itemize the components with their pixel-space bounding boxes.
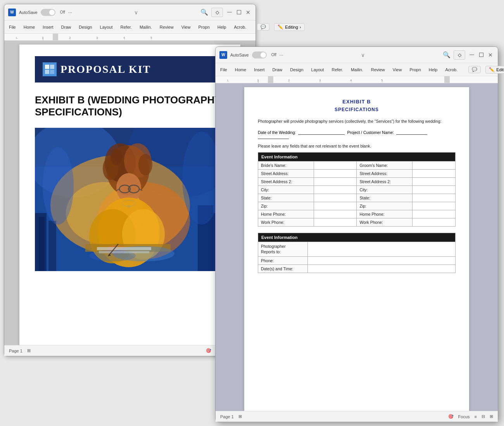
- ribbon-propn-2[interactable]: Propn: [408, 67, 422, 73]
- view-icon-page-2[interactable]: ⊟: [482, 414, 485, 419]
- page-indicator-2: Page 1: [220, 414, 234, 419]
- ribbon-draw-1[interactable]: Draw: [60, 24, 73, 30]
- photographer-value[interactable]: [307, 242, 455, 256]
- zip-value-1[interactable]: [314, 202, 357, 210]
- event-info-table-1: Event Information Bride's Name: Groom's …: [258, 152, 456, 227]
- work-phone-label-1: Work Phone:: [258, 218, 314, 226]
- table-row: State: State:: [258, 194, 456, 202]
- more-options-1[interactable]: ···: [68, 10, 72, 15]
- word-window-2[interactable]: W AutoSave Off ··· ∨ 🔍 ◇ ✕ File Home Ins…: [215, 46, 498, 422]
- svg-point-29: [43, 147, 74, 225]
- close-btn-2[interactable]: ✕: [487, 52, 494, 58]
- street-addr-value-1[interactable]: [314, 169, 357, 177]
- ribbon-insert-1[interactable]: Insert: [41, 24, 55, 30]
- focus-label-2: Focus: [458, 414, 470, 419]
- autosave-toggle-2[interactable]: [252, 52, 267, 58]
- title-bar-2: W AutoSave Off ··· ∨ 🔍 ◇ ✕: [216, 47, 498, 63]
- close-btn-1[interactable]: ✕: [245, 9, 252, 16]
- toggle-knob-1: [49, 10, 55, 15]
- street-addr2-label-2: Street Address 2:: [357, 177, 413, 186]
- ribbon-home-1[interactable]: Home: [22, 24, 36, 30]
- comment-btn-2[interactable]: 💬: [468, 66, 481, 73]
- ribbon-mailings-2[interactable]: Mailin.: [349, 67, 365, 73]
- ribbon-mailings-1[interactable]: Mailin.: [138, 24, 154, 30]
- search-icon-1[interactable]: 🔍: [200, 9, 208, 16]
- project-field[interactable]: [396, 129, 427, 135]
- focus-icon-1[interactable]: 🎯: [206, 348, 211, 353]
- ribbon-design-1[interactable]: Design: [77, 24, 93, 30]
- title-center-2: ∨: [287, 52, 440, 58]
- ribbon-review-2[interactable]: Review: [369, 67, 387, 73]
- table-row: Phone:: [258, 257, 456, 265]
- svg-rect-12: [53, 34, 58, 41]
- ribbon-references-2[interactable]: Refer.: [330, 67, 345, 73]
- search-icon-2[interactable]: 🔍: [443, 51, 450, 58]
- ribbon-propn-1[interactable]: Propn: [197, 24, 211, 30]
- underline-field: [258, 139, 289, 139]
- more-options-2[interactable]: ···: [280, 52, 283, 58]
- autosave-label-1: AutoSave: [19, 10, 38, 15]
- nav-back-2[interactable]: ∨: [361, 52, 365, 58]
- ribbon-help-2[interactable]: Help: [427, 67, 439, 73]
- ribbon-layout-2[interactable]: Layout: [310, 67, 326, 73]
- ribbon-file-2[interactable]: File: [219, 67, 229, 73]
- ribbon-design-2[interactable]: Design: [288, 67, 305, 73]
- home-phone-value-1[interactable]: [314, 210, 357, 218]
- ribbon-insert-2[interactable]: Insert: [252, 67, 266, 73]
- view-icon-web-2[interactable]: ⊞: [490, 414, 493, 419]
- city-value-1[interactable]: [314, 186, 357, 194]
- ruler-1: L 1 2 3 4 5: [4, 34, 255, 41]
- comment-btn-1[interactable]: 💬: [257, 23, 269, 31]
- proposal-kit-logo: [43, 62, 57, 76]
- ribbon-layout-1[interactable]: Layout: [98, 24, 114, 30]
- ribbon-references-1[interactable]: Refer.: [119, 24, 133, 30]
- work-phone-value-2[interactable]: [413, 218, 456, 226]
- table-header-cell-1: Event Information: [258, 152, 456, 161]
- minimize-btn-1[interactable]: [226, 9, 233, 16]
- autosave-toggle-1[interactable]: [41, 9, 55, 16]
- dates-time-value[interactable]: [307, 265, 455, 273]
- grooms-name-value[interactable]: [413, 161, 456, 169]
- brides-name-value[interactable]: [314, 161, 357, 169]
- page-2: EXHIBIT B SPECIFICATIONS Photographer wi…: [244, 87, 469, 411]
- maximize-btn-1[interactable]: [235, 9, 242, 16]
- phone-value-t2[interactable]: [307, 257, 455, 265]
- svg-text:1: 1: [257, 79, 259, 82]
- ribbon-view-2[interactable]: View: [391, 67, 404, 73]
- state-label-2: State:: [357, 194, 413, 202]
- nav-back-1[interactable]: ∨: [134, 9, 138, 15]
- work-phone-value-1[interactable]: [314, 218, 357, 226]
- state-value-1[interactable]: [314, 194, 357, 202]
- editing-btn-2[interactable]: ✏️ Editing ›: [485, 66, 504, 74]
- view-icon-normal-2[interactable]: ≡: [475, 414, 477, 419]
- diamond-icon-2[interactable]: ◇: [454, 50, 465, 60]
- state-value-2[interactable]: [413, 194, 456, 202]
- editing-label-2: Editing: [496, 67, 504, 72]
- ribbon-home-2[interactable]: Home: [233, 67, 248, 73]
- ribbon-help-1[interactable]: Help: [216, 24, 228, 30]
- street-addr2-value-1[interactable]: [314, 177, 357, 186]
- zip-label-2: Zip:: [357, 202, 413, 210]
- ribbon-file-1[interactable]: File: [7, 24, 17, 30]
- city-value-2[interactable]: [413, 186, 456, 194]
- ribbon-acrobat-1[interactable]: Acrob.: [232, 24, 248, 30]
- ribbon-acrobat-2[interactable]: Acrob.: [444, 67, 459, 73]
- title-center-1: ∨: [75, 9, 197, 15]
- svg-rect-68: [268, 76, 273, 83]
- street-addr2-value-2[interactable]: [413, 177, 456, 186]
- ribbon-view-1[interactable]: View: [180, 24, 192, 30]
- table-header-row-2: Event Information: [258, 233, 456, 242]
- street-addr-value-2[interactable]: [413, 169, 456, 177]
- ribbon-review-1[interactable]: Review: [158, 24, 175, 30]
- editing-btn-1[interactable]: ✏️ Editing ›: [274, 23, 304, 31]
- editing-chevron-1: ›: [300, 25, 301, 29]
- ribbon-draw-2[interactable]: Draw: [271, 67, 284, 73]
- maximize-btn-2[interactable]: [478, 52, 485, 58]
- zip-value-2[interactable]: [413, 202, 456, 210]
- svg-rect-16: [50, 70, 54, 74]
- date-field[interactable]: [298, 129, 345, 135]
- focus-icon-2[interactable]: 🎯: [448, 414, 454, 419]
- minimize-btn-2[interactable]: [468, 52, 475, 58]
- diamond-icon-1[interactable]: ◇: [211, 8, 223, 17]
- home-phone-value-2[interactable]: [413, 210, 456, 218]
